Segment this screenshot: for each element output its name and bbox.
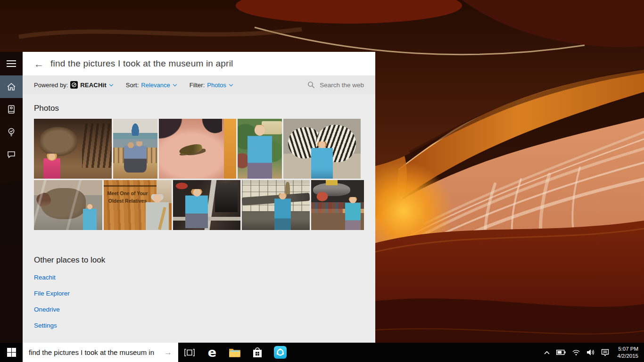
other-place-onedrive[interactable]: Onedrive — [34, 306, 60, 313]
filter-value: Photos — [207, 82, 226, 89]
battery-icon[interactable] — [556, 349, 566, 355]
photo-hippo-exhibit[interactable] — [34, 180, 102, 230]
photo-museum-stairs[interactable] — [113, 119, 157, 179]
edge-button[interactable]: e — [201, 343, 223, 362]
system-tray: 5:07 PM 4/2/2015 — [544, 343, 644, 362]
photo-butterfly-garden[interactable] — [238, 119, 282, 179]
powered-by-brand: REACHit — [80, 82, 107, 89]
clock-time: 5:07 PM — [617, 346, 638, 353]
photo-grasshopper-hand[interactable] — [159, 119, 236, 179]
store-button[interactable] — [246, 343, 269, 362]
search-the-web-placeholder: Search the web — [320, 82, 364, 89]
start-icon — [7, 348, 16, 357]
other-place-file-explorer[interactable]: File Explorer — [34, 290, 70, 297]
search-go-arrow[interactable]: → — [164, 348, 172, 357]
photos-heading: Photos — [34, 104, 364, 113]
powered-by-label: Powered by: — [34, 82, 68, 89]
start-button[interactable] — [0, 343, 23, 362]
hamburger-icon — [7, 60, 16, 67]
sort-dropdown[interactable]: Sort: Relevance — [126, 82, 176, 89]
shareit-button[interactable] — [269, 343, 291, 362]
other-place-reachit[interactable]: Reachit — [34, 274, 56, 281]
shareit-icon — [274, 346, 287, 359]
cortana-sidebar — [0, 52, 23, 343]
cortana-main: ← find the pictures I took at the museum… — [23, 52, 375, 343]
sidebar-item-notebook[interactable] — [0, 98, 23, 121]
volume-icon[interactable] — [586, 349, 595, 356]
search-query-text: find the pictures I took at the museum i… — [50, 58, 233, 69]
filter-bar: Powered by: REACHit Sort: Relevance Filt… — [23, 75, 375, 94]
edge-icon: e — [208, 346, 216, 359]
powered-by-dropdown[interactable]: Powered by: REACHit — [34, 81, 113, 89]
reachit-logo-icon — [70, 81, 78, 89]
sort-value: Relevance — [141, 82, 170, 89]
hidden-icons-chevron-icon[interactable] — [544, 350, 550, 355]
sort-label: Sort: — [126, 82, 139, 89]
results-area: Photos Meet One of Your Oldest Relatives — [23, 94, 375, 343]
search-the-web-field[interactable]: Search the web — [307, 81, 364, 89]
back-button[interactable]: ← — [34, 59, 44, 69]
feedback-icon — [6, 149, 17, 160]
chevron-down-icon — [109, 82, 113, 86]
search-icon — [307, 81, 315, 89]
photo-oldest-relatives-sign[interactable]: Meet One of Your Oldest Relatives — [104, 180, 172, 230]
photo-triceratops-girl[interactable] — [34, 119, 112, 179]
photo-aircraft-displays[interactable] — [311, 180, 364, 230]
photo-air-space-hall[interactable] — [242, 180, 310, 230]
wifi-icon[interactable] — [572, 349, 580, 356]
cortana-panel: ← find the pictures I took at the museum… — [0, 52, 373, 343]
store-icon — [252, 347, 263, 358]
file-explorer-icon — [229, 347, 241, 357]
chevron-down-icon — [229, 82, 232, 86]
taskbar-search-box[interactable]: → — [23, 343, 178, 362]
task-view-icon — [184, 349, 195, 356]
photo-aircraft-cockpit[interactable] — [173, 180, 240, 230]
photo-row-2: Meet One of Your Oldest Relatives — [34, 180, 364, 230]
other-places-heading: Other places to look — [34, 255, 364, 265]
sidebar-item-reminders[interactable] — [0, 121, 23, 143]
chevron-down-icon — [173, 82, 177, 86]
task-view-button[interactable] — [178, 343, 201, 362]
filter-dropdown[interactable]: Filter: Photos — [190, 82, 232, 89]
hamburger-menu-button[interactable] — [0, 52, 23, 75]
sidebar-item-feedback[interactable] — [0, 143, 23, 166]
notebook-icon — [6, 104, 17, 115]
taskbar-search-input[interactable] — [29, 348, 160, 356]
file-explorer-button[interactable] — [223, 343, 246, 362]
other-place-settings[interactable]: Settings — [34, 322, 57, 329]
home-icon — [6, 82, 17, 92]
filter-label: Filter: — [190, 82, 205, 89]
photo-row-1 — [34, 119, 364, 179]
desktop: ← find the pictures I took at the museum… — [0, 0, 644, 362]
reminders-icon — [6, 127, 17, 137]
photo-zebra-exhibit[interactable] — [283, 119, 361, 179]
taskbar: → e — [0, 343, 644, 362]
action-center-icon[interactable] — [601, 349, 609, 356]
sign-text: Meet One of Your Oldest Relatives — [107, 190, 149, 205]
query-header: ← find the pictures I took at the museum… — [23, 52, 375, 75]
sidebar-item-home[interactable] — [0, 75, 23, 98]
taskbar-clock[interactable]: 5:07 PM 4/2/2015 — [615, 346, 638, 360]
other-places-section: Other places to look Reachit File Explor… — [34, 255, 364, 329]
clock-date: 4/2/2015 — [617, 353, 638, 360]
